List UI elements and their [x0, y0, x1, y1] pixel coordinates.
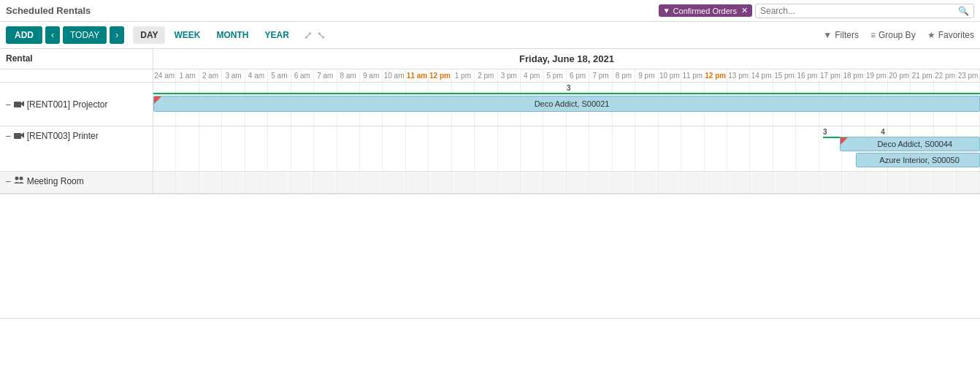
resource-label-meeting: –Meeting Room: [0, 172, 153, 193]
action-bar: ADD ‹ TODAY › DAY WEEK MONTH YEAR ⤢ ⤡ ▼ …: [0, 22, 980, 49]
filter-tag[interactable]: ▼ Confirmed Orders ✕: [659, 4, 752, 17]
time-slot-20: 8 pm: [613, 69, 635, 82]
groupby-icon: ≡: [870, 30, 876, 40]
filter-tag-label: Confirmed Orders: [673, 7, 737, 15]
event-bar-evt1[interactable]: Deco Addict, S00021: [153, 96, 980, 112]
time-slot-34: 22 pm: [934, 69, 957, 82]
time-slot-19: 7 pm: [589, 69, 612, 82]
collapse-dash-meeting[interactable]: –: [6, 176, 11, 186]
calendar-wrapper: Rental Friday, June 18, 2021 24 am1 am2 …: [0, 49, 980, 194]
today-button[interactable]: TODAY: [63, 26, 107, 44]
time-label-spacer: [0, 69, 153, 82]
time-slot-32: 20 pm: [888, 69, 911, 82]
time-slot-3: 3 am: [222, 69, 245, 82]
filter-icon: ▼: [663, 7, 670, 15]
time-slot-29: 17 pm: [819, 69, 842, 82]
time-slot-4: 4 am: [245, 69, 268, 82]
resource-rows: –[RENT001] Projector3Deco Addict, S00021…: [0, 83, 980, 194]
add-button[interactable]: ADD: [6, 26, 42, 44]
resource-row-projector: –[RENT001] Projector3Deco Addict, S00021: [0, 83, 980, 126]
resource-grid-projector: 3Deco Addict, S00021: [153, 83, 980, 126]
collapse-dash-printer[interactable]: –: [6, 131, 11, 141]
resource-row-printer: –[RENT003] Printer34Deco Addict, S00044A…: [0, 126, 980, 172]
event-label-evt2: Deco Addict, S00044: [867, 140, 952, 148]
time-slot-31: 19 pm: [865, 69, 888, 82]
event-label-evt3: Azure Interior, S00050: [876, 156, 959, 164]
svg-marker-3: [21, 132, 24, 138]
camera-icon-printer: [14, 131, 24, 141]
search-icon[interactable]: 🔍: [958, 6, 969, 16]
favorites-button[interactable]: ★ Favorites: [927, 30, 974, 40]
date-header-row: Rental Friday, June 18, 2021: [0, 49, 980, 69]
time-slot-12: 12 pm: [429, 69, 451, 82]
event-label-evt1: Deco Addict, S00021: [524, 99, 610, 108]
view-tabs: DAY WEEK MONTH YEAR: [133, 26, 296, 44]
expand-icon-1[interactable]: ⤢: [304, 29, 313, 41]
svg-point-4: [15, 177, 18, 181]
tab-day[interactable]: DAY: [133, 26, 165, 44]
red-corner-evt1: [154, 96, 161, 104]
resource-name-projector: [RENT001] Projector: [27, 99, 108, 110]
event-bar-evt3[interactable]: Azure Interior, S00050: [856, 153, 980, 167]
time-slot-0: 24 am: [153, 69, 176, 82]
event-bar-evt2[interactable]: Deco Addict, S00044: [840, 137, 980, 151]
resource-label-projector: –[RENT001] Projector: [0, 83, 153, 126]
group-icon-meeting: [14, 176, 24, 187]
rental-column-header: Rental: [0, 49, 153, 69]
tab-year[interactable]: YEAR: [257, 26, 296, 44]
time-slot-22: 10 pm: [659, 69, 681, 82]
time-slot-1: 1 am: [176, 69, 199, 82]
time-slot-15: 3 pm: [498, 69, 521, 82]
number-marker-printer-0: 3: [823, 128, 827, 136]
red-corner-evt2: [841, 137, 848, 145]
time-slot-10: 10 am: [383, 69, 405, 82]
filter-tag-close[interactable]: ✕: [741, 6, 748, 15]
resource-name-printer: [RENT003] Printer: [27, 131, 99, 141]
time-slot-26: 14 pm: [750, 69, 773, 82]
time-slots-header: 24 am1 am2 am3 am4 am5 am6 am7 am8 am9 a…: [153, 69, 980, 82]
time-slot-8: 8 am: [337, 69, 360, 82]
time-slot-9: 9 am: [360, 69, 383, 82]
number-marker-printer-1: 4: [881, 128, 885, 136]
time-slot-27: 15 pm: [773, 69, 796, 82]
nav-next-button[interactable]: ›: [110, 26, 124, 44]
expand-icons: ⤢ ⤡: [304, 29, 326, 41]
filters-label: Filters: [835, 30, 859, 40]
groupby-label: Group By: [878, 30, 916, 40]
events-layer-projector: 3Deco Addict, S00021: [153, 83, 980, 126]
time-slot-24: 12 pm: [705, 69, 727, 82]
favorites-label: Favorites: [938, 30, 974, 40]
filters-button[interactable]: ▼ Filters: [823, 30, 859, 40]
number-marker-projector-0: 3: [567, 84, 571, 92]
groupby-button[interactable]: ≡ Group By: [870, 30, 916, 40]
collapse-dash-projector[interactable]: –: [6, 99, 11, 110]
expand-icon-2[interactable]: ⤡: [317, 29, 326, 41]
time-slot-6: 6 am: [291, 69, 314, 82]
app-title: Scheduled Rentals: [6, 5, 91, 16]
time-slot-7: 7 am: [314, 69, 337, 82]
time-slot-23: 11 pm: [681, 69, 704, 82]
time-slot-16: 4 pm: [521, 69, 543, 82]
time-slot-28: 16 pm: [796, 69, 819, 82]
toolbar-right: ▼ Filters ≡ Group By ★ Favorites: [823, 30, 974, 40]
resource-grid-printer: 34Deco Addict, S00044Azure Interior, S00…: [153, 126, 980, 171]
green-line-projector: [153, 93, 980, 94]
time-slot-5: 5 am: [268, 69, 291, 82]
time-slot-13: 1 pm: [452, 69, 475, 82]
search-input[interactable]: [760, 6, 958, 16]
time-slot-25: 13 pm: [727, 69, 750, 82]
filter-icon: ▼: [823, 30, 832, 40]
time-slot-35: 23 pm: [957, 69, 979, 82]
tab-month[interactable]: MONTH: [209, 26, 256, 44]
svg-rect-2: [14, 133, 21, 139]
nav-prev-button[interactable]: ‹: [45, 26, 60, 44]
time-slot-18: 6 pm: [567, 69, 589, 82]
resource-label-printer: –[RENT003] Printer: [0, 126, 153, 171]
events-layer-printer: 34Deco Addict, S00044Azure Interior, S00…: [153, 126, 980, 171]
time-slot-14: 2 pm: [475, 69, 497, 82]
svg-point-5: [19, 177, 23, 181]
time-slot-33: 21 pm: [911, 69, 933, 82]
camera-icon-projector: [14, 99, 24, 110]
tab-week[interactable]: WEEK: [166, 26, 207, 44]
svg-rect-0: [14, 102, 21, 107]
